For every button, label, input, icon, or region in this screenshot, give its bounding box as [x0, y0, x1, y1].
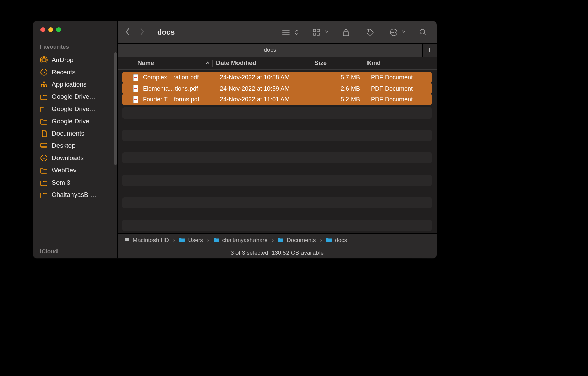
sidebar-item[interactable]: Google Drive…	[37, 115, 115, 127]
sidebar-item[interactable]: Sem 3	[37, 176, 115, 189]
search-icon	[417, 28, 429, 37]
folder-icon	[40, 118, 48, 125]
chevron-down-icon	[402, 29, 405, 35]
breadcrumb-item[interactable]: Users	[179, 237, 203, 244]
column-date-label: Date Modified	[216, 60, 256, 66]
file-row[interactable]: Complex…ration.pdf 24-Nov-2022 at 10:58 …	[122, 72, 432, 83]
more-actions-button[interactable]	[388, 28, 405, 37]
main-panel: docs	[118, 21, 437, 258]
breadcrumb-item[interactable]: chaitanyashahare	[213, 237, 268, 244]
file-date: 24-Nov-2022 at 10:58 AM	[217, 74, 315, 81]
column-kind-label: Kind	[367, 60, 381, 66]
sidebar-item[interactable]: Documents	[37, 127, 115, 140]
svg-rect-9	[317, 33, 320, 35]
tags-button[interactable]	[364, 28, 376, 37]
empty-row	[122, 130, 432, 141]
sidebar-item[interactable]: ChaitanyasBl…	[37, 189, 115, 201]
file-date: 24-Nov-2022 at 11:01 AM	[217, 96, 315, 103]
sidebar-item-label: Sem 3	[52, 179, 70, 186]
grid-group-icon	[311, 28, 323, 37]
svg-point-4	[282, 32, 282, 32]
sidebar-list: AirDrop Recents Applications Google Driv…	[33, 54, 117, 201]
sort-ascending-icon	[206, 60, 210, 67]
file-row[interactable]: Fourier T…forms.pdf 24-Nov-2022 at 11:01…	[122, 94, 432, 105]
sidebar-item-label: Google Drive…	[52, 118, 96, 125]
close-window-button[interactable]	[40, 27, 45, 32]
sidebar-item[interactable]: Desktop	[37, 140, 115, 152]
empty-row	[122, 231, 432, 233]
list-view-icon	[280, 28, 292, 37]
sidebar-item-label: Recents	[52, 68, 76, 76]
sidebar-scrollbar[interactable]	[114, 52, 117, 165]
empty-row	[122, 186, 432, 197]
share-button[interactable]	[340, 28, 352, 37]
window-title: docs	[157, 28, 175, 37]
column-name[interactable]: Name	[137, 60, 212, 67]
group-by-button[interactable]	[311, 28, 328, 37]
zoom-window-button[interactable]	[56, 27, 61, 32]
sidebar-section-favourites: Favourites	[33, 42, 117, 54]
svg-point-5	[282, 34, 282, 34]
window-controls	[33, 27, 117, 32]
sidebar-item[interactable]: AirDrop	[37, 54, 115, 66]
folder-icon	[40, 191, 48, 199]
folder-icon	[40, 93, 48, 100]
updown-icon	[294, 28, 299, 37]
sidebar-item[interactable]: Google Drive…	[37, 103, 115, 115]
file-size: 5.7 MB	[315, 74, 366, 81]
file-kind: PDF Document	[366, 74, 432, 81]
column-kind[interactable]: Kind	[362, 60, 437, 67]
clock-icon	[40, 68, 48, 76]
empty-row	[122, 141, 432, 152]
breadcrumb-item[interactable]: Macintosh HD	[124, 237, 169, 244]
pdf-file-icon	[133, 74, 141, 81]
sidebar-item[interactable]: Applications	[37, 78, 115, 91]
minimize-window-button[interactable]	[48, 27, 53, 32]
pdf-file-icon	[133, 96, 141, 103]
folder-icon	[40, 179, 48, 186]
sidebar-item-label: Google Drive…	[52, 105, 96, 113]
svg-line-18	[424, 33, 426, 35]
forward-button[interactable]	[140, 28, 144, 37]
column-size[interactable]: Size	[311, 60, 362, 67]
back-button[interactable]	[125, 28, 130, 37]
breadcrumb-label: Users	[188, 237, 203, 244]
sidebar-item[interactable]: WebDev	[37, 164, 115, 176]
breadcrumb-separator: ›	[320, 237, 322, 244]
file-row[interactable]: Elementa…tions.pdf 24-Nov-2022 at 10:59 …	[122, 83, 432, 94]
document-icon	[40, 130, 48, 137]
file-name: Elementa…tions.pdf	[143, 85, 217, 92]
breadcrumb-item[interactable]: Documents	[278, 237, 316, 244]
status-bar: 3 of 3 selected, 130.52 GB available	[118, 247, 437, 258]
tab-docs[interactable]: docs	[118, 44, 422, 57]
file-size: 2.6 MB	[315, 85, 366, 92]
file-kind: PDF Document	[366, 96, 432, 103]
empty-row	[122, 175, 432, 186]
empty-row	[122, 107, 432, 119]
finder-window: Favourites AirDrop Recents Applications …	[33, 21, 437, 258]
airdrop-icon	[40, 56, 48, 64]
path-bar: Macintosh HD› Users› chaitanyashahare› D…	[118, 233, 437, 247]
svg-point-12	[368, 30, 369, 31]
add-tab-button[interactable]	[422, 44, 437, 57]
svg-rect-6	[313, 29, 316, 32]
breadcrumb-label: Documents	[287, 237, 316, 244]
sidebar-item[interactable]: Downloads	[37, 152, 115, 164]
disk-icon	[124, 237, 130, 244]
apps-icon	[40, 81, 48, 88]
pdf-file-icon	[133, 85, 141, 92]
sidebar-item[interactable]: Recents	[37, 66, 115, 78]
folder-blue-icon	[278, 237, 284, 244]
sidebar-item[interactable]: Google Drive…	[37, 91, 115, 103]
file-list[interactable]: Complex…ration.pdf 24-Nov-2022 at 10:58 …	[118, 70, 437, 233]
empty-row	[122, 208, 432, 220]
sidebar-item-label: WebDev	[52, 167, 77, 174]
more-icon	[388, 28, 400, 37]
column-size-label: Size	[314, 60, 327, 66]
view-list-button[interactable]	[280, 28, 299, 37]
column-date[interactable]: Date Modified	[213, 60, 311, 67]
empty-row	[122, 220, 432, 231]
breadcrumb-item[interactable]: docs	[326, 237, 347, 244]
search-button[interactable]	[417, 28, 429, 37]
svg-point-14	[392, 32, 392, 32]
